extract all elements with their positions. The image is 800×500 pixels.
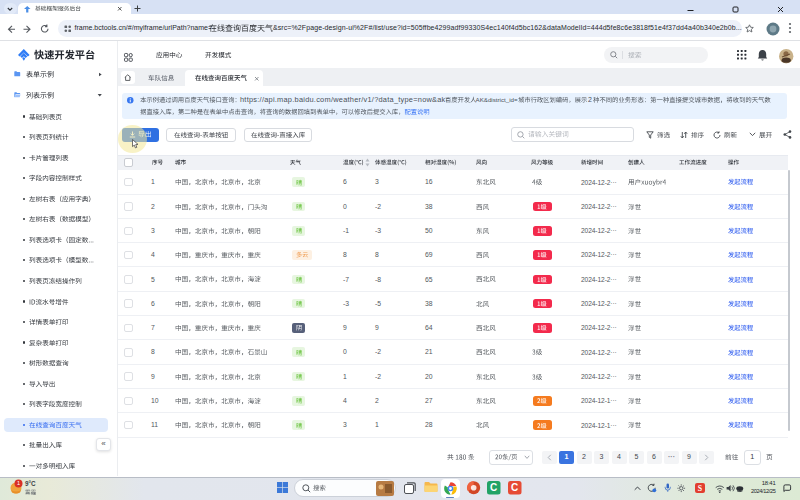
svg-text:C: C xyxy=(490,482,497,493)
svg-text:1: 1 xyxy=(17,480,20,486)
svg-text:S: S xyxy=(697,483,701,492)
svg-text:C: C xyxy=(511,482,518,493)
